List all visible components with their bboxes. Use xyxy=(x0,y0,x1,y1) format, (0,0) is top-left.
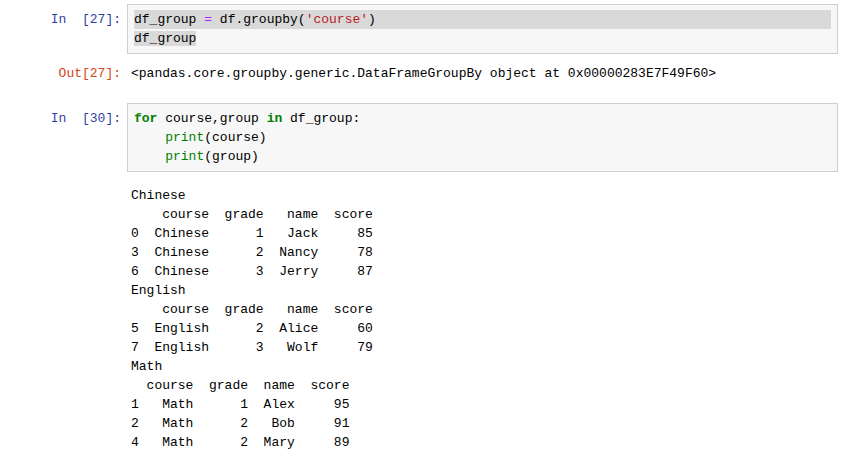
input-prompt-27: In [27]: xyxy=(0,4,121,29)
output-repr-27: <pandas.core.groupby.generic.DataFrameGr… xyxy=(131,64,716,83)
code-cell-30: In [30]: for course,group in df_group: p… xyxy=(0,103,863,172)
code-lines-27: df_group = df.groupby('course')df_group xyxy=(134,10,831,48)
input-prompt-30: In [30]: xyxy=(0,103,121,128)
notebook-page: In [27]: df_group = df.groupby('course')… xyxy=(0,0,863,469)
code-lines-30: for course,group in df_group: print(cour… xyxy=(134,109,831,166)
stream-output-row-30: Chinese course grade name score 0 Chines… xyxy=(0,186,863,452)
code-editor-30[interactable]: for course,group in df_group: print(cour… xyxy=(127,103,838,172)
output-row-27: Out[27]: <pandas.core.groupby.generic.Da… xyxy=(0,64,863,83)
stream-output-30: Chinese course grade name score 0 Chines… xyxy=(131,186,373,452)
code-editor-27[interactable]: df_group = df.groupby('course')df_group xyxy=(127,4,838,54)
output-prompt-27: Out[27]: xyxy=(0,64,121,83)
code-cell-27: In [27]: df_group = df.groupby('course')… xyxy=(0,4,863,54)
